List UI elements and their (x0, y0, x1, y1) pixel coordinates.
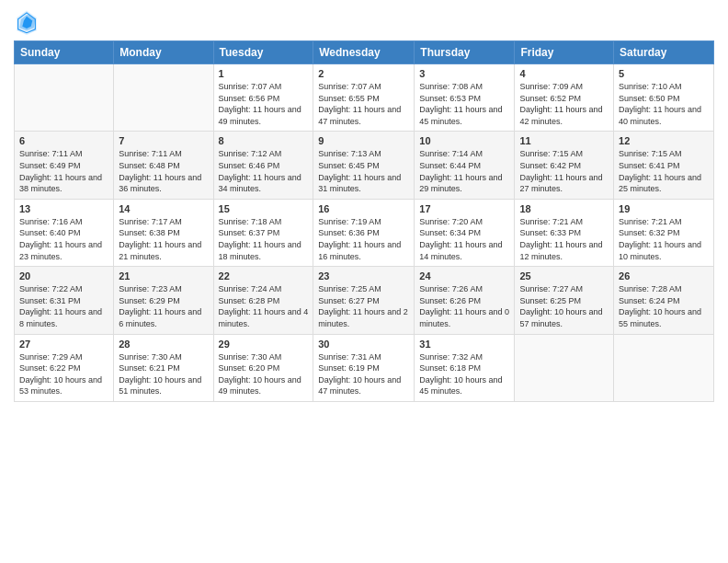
day-cell: 15Sunrise: 7:18 AM Sunset: 6:37 PM Dayli… (213, 199, 313, 266)
day-number: 13 (19, 203, 108, 214)
day-number: 4 (519, 68, 609, 79)
weekday-header-wednesday: Wednesday (313, 41, 415, 64)
day-cell: 10Sunrise: 7:14 AM Sunset: 6:44 PM Dayli… (415, 132, 515, 199)
day-number: 22 (219, 270, 309, 282)
day-number: 27 (19, 339, 108, 350)
day-info: Sunrise: 7:30 AM Sunset: 6:21 PM Dayligh… (119, 351, 208, 397)
day-info: Sunrise: 7:28 AM Sunset: 6:24 PM Dayligh… (619, 283, 709, 329)
day-cell: 1Sunrise: 7:07 AM Sunset: 6:56 PM Daylig… (213, 64, 313, 132)
day-cell: 4Sunrise: 7:09 AM Sunset: 6:52 PM Daylig… (515, 64, 614, 132)
day-number: 18 (519, 203, 609, 214)
day-number: 16 (318, 203, 409, 214)
day-info: Sunrise: 7:25 AM Sunset: 6:27 PM Dayligh… (318, 283, 409, 329)
day-cell: 26Sunrise: 7:28 AM Sunset: 6:24 PM Dayli… (614, 267, 714, 334)
weekday-header-friday: Friday (515, 41, 614, 64)
day-number: 21 (119, 270, 208, 282)
day-info: Sunrise: 7:16 AM Sunset: 6:40 PM Dayligh… (19, 216, 108, 262)
day-info: Sunrise: 7:17 AM Sunset: 6:38 PM Dayligh… (119, 216, 208, 262)
day-info: Sunrise: 7:19 AM Sunset: 6:36 PM Dayligh… (318, 216, 409, 262)
day-info: Sunrise: 7:29 AM Sunset: 6:22 PM Dayligh… (19, 351, 108, 397)
day-number: 19 (619, 203, 709, 214)
day-number: 5 (619, 68, 709, 79)
day-info: Sunrise: 7:12 AM Sunset: 6:46 PM Dayligh… (219, 148, 309, 194)
day-number: 30 (318, 339, 409, 350)
week-row-5: 27Sunrise: 7:29 AM Sunset: 6:22 PM Dayli… (15, 334, 714, 401)
day-info: Sunrise: 7:07 AM Sunset: 6:55 PM Dayligh… (318, 81, 409, 127)
day-cell: 28Sunrise: 7:30 AM Sunset: 6:21 PM Dayli… (114, 334, 213, 401)
day-cell: 12Sunrise: 7:15 AM Sunset: 6:41 PM Dayli… (614, 132, 714, 199)
day-cell: 24Sunrise: 7:26 AM Sunset: 6:26 PM Dayli… (415, 267, 515, 334)
day-cell: 19Sunrise: 7:21 AM Sunset: 6:32 PM Dayli… (614, 199, 714, 266)
day-cell: 9Sunrise: 7:13 AM Sunset: 6:45 PM Daylig… (313, 132, 415, 199)
day-cell: 27Sunrise: 7:29 AM Sunset: 6:22 PM Dayli… (15, 334, 114, 401)
day-cell: 21Sunrise: 7:23 AM Sunset: 6:29 PM Dayli… (114, 267, 213, 334)
day-number: 20 (19, 270, 108, 282)
weekday-header-thursday: Thursday (415, 41, 515, 64)
day-number: 31 (419, 339, 509, 350)
day-info: Sunrise: 7:21 AM Sunset: 6:33 PM Dayligh… (519, 216, 609, 262)
day-info: Sunrise: 7:24 AM Sunset: 6:28 PM Dayligh… (219, 283, 309, 329)
day-number: 26 (619, 270, 709, 282)
logo (14, 9, 43, 35)
week-row-4: 20Sunrise: 7:22 AM Sunset: 6:31 PM Dayli… (15, 267, 714, 334)
day-info: Sunrise: 7:11 AM Sunset: 6:48 PM Dayligh… (119, 148, 208, 194)
weekday-header-tuesday: Tuesday (213, 41, 313, 64)
weekday-header-row: SundayMondayTuesdayWednesdayThursdayFrid… (15, 41, 714, 64)
day-info: Sunrise: 7:27 AM Sunset: 6:25 PM Dayligh… (519, 283, 609, 329)
day-number: 24 (419, 270, 509, 282)
day-cell: 8Sunrise: 7:12 AM Sunset: 6:46 PM Daylig… (213, 132, 313, 199)
day-number: 23 (318, 270, 409, 282)
day-info: Sunrise: 7:11 AM Sunset: 6:49 PM Dayligh… (19, 148, 108, 194)
day-info: Sunrise: 7:15 AM Sunset: 6:42 PM Dayligh… (519, 148, 609, 194)
day-info: Sunrise: 7:22 AM Sunset: 6:31 PM Dayligh… (19, 283, 108, 329)
week-row-2: 6Sunrise: 7:11 AM Sunset: 6:49 PM Daylig… (15, 132, 714, 199)
day-number: 8 (219, 135, 309, 146)
day-number: 28 (119, 339, 208, 350)
day-cell (515, 334, 614, 401)
day-info: Sunrise: 7:21 AM Sunset: 6:32 PM Dayligh… (619, 216, 709, 262)
header (14, 9, 714, 35)
weekday-header-saturday: Saturday (614, 41, 714, 64)
day-cell: 2Sunrise: 7:07 AM Sunset: 6:55 PM Daylig… (313, 64, 415, 132)
day-number: 2 (318, 68, 409, 79)
day-cell: 22Sunrise: 7:24 AM Sunset: 6:28 PM Dayli… (213, 267, 313, 334)
day-info: Sunrise: 7:30 AM Sunset: 6:20 PM Dayligh… (219, 351, 309, 397)
day-number: 1 (219, 68, 309, 79)
day-cell: 7Sunrise: 7:11 AM Sunset: 6:48 PM Daylig… (114, 132, 213, 199)
week-row-3: 13Sunrise: 7:16 AM Sunset: 6:40 PM Dayli… (15, 199, 714, 266)
day-number: 7 (119, 135, 208, 146)
day-cell: 13Sunrise: 7:16 AM Sunset: 6:40 PM Dayli… (15, 199, 114, 266)
day-info: Sunrise: 7:08 AM Sunset: 6:53 PM Dayligh… (419, 81, 509, 127)
day-cell (114, 64, 213, 132)
day-number: 14 (119, 203, 208, 214)
day-cell: 29Sunrise: 7:30 AM Sunset: 6:20 PM Dayli… (213, 334, 313, 401)
day-number: 17 (419, 203, 509, 214)
day-info: Sunrise: 7:26 AM Sunset: 6:26 PM Dayligh… (419, 283, 509, 329)
day-cell: 11Sunrise: 7:15 AM Sunset: 6:42 PM Dayli… (515, 132, 614, 199)
page: SundayMondayTuesdayWednesdayThursdayFrid… (0, 0, 728, 563)
day-cell: 18Sunrise: 7:21 AM Sunset: 6:33 PM Dayli… (515, 199, 614, 266)
weekday-header-sunday: Sunday (15, 41, 114, 64)
day-info: Sunrise: 7:09 AM Sunset: 6:52 PM Dayligh… (519, 81, 609, 127)
day-info: Sunrise: 7:07 AM Sunset: 6:56 PM Dayligh… (219, 81, 309, 127)
logo-icon (14, 9, 40, 35)
day-number: 10 (419, 135, 509, 146)
day-cell: 25Sunrise: 7:27 AM Sunset: 6:25 PM Dayli… (515, 267, 614, 334)
day-info: Sunrise: 7:10 AM Sunset: 6:50 PM Dayligh… (619, 81, 709, 127)
day-info: Sunrise: 7:13 AM Sunset: 6:45 PM Dayligh… (318, 148, 409, 194)
day-cell: 31Sunrise: 7:32 AM Sunset: 6:18 PM Dayli… (415, 334, 515, 401)
day-cell: 17Sunrise: 7:20 AM Sunset: 6:34 PM Dayli… (415, 199, 515, 266)
day-number: 29 (219, 339, 309, 350)
weekday-header-monday: Monday (114, 41, 213, 64)
day-info: Sunrise: 7:31 AM Sunset: 6:19 PM Dayligh… (318, 351, 409, 397)
calendar: SundayMondayTuesdayWednesdayThursdayFrid… (14, 40, 714, 402)
day-number: 25 (519, 270, 609, 282)
day-cell: 30Sunrise: 7:31 AM Sunset: 6:19 PM Dayli… (313, 334, 415, 401)
day-info: Sunrise: 7:32 AM Sunset: 6:18 PM Dayligh… (419, 351, 509, 397)
day-info: Sunrise: 7:15 AM Sunset: 6:41 PM Dayligh… (619, 148, 709, 194)
day-cell: 14Sunrise: 7:17 AM Sunset: 6:38 PM Dayli… (114, 199, 213, 266)
day-cell: 16Sunrise: 7:19 AM Sunset: 6:36 PM Dayli… (313, 199, 415, 266)
day-cell: 5Sunrise: 7:10 AM Sunset: 6:50 PM Daylig… (614, 64, 714, 132)
day-cell: 6Sunrise: 7:11 AM Sunset: 6:49 PM Daylig… (15, 132, 114, 199)
day-number: 3 (419, 68, 509, 79)
